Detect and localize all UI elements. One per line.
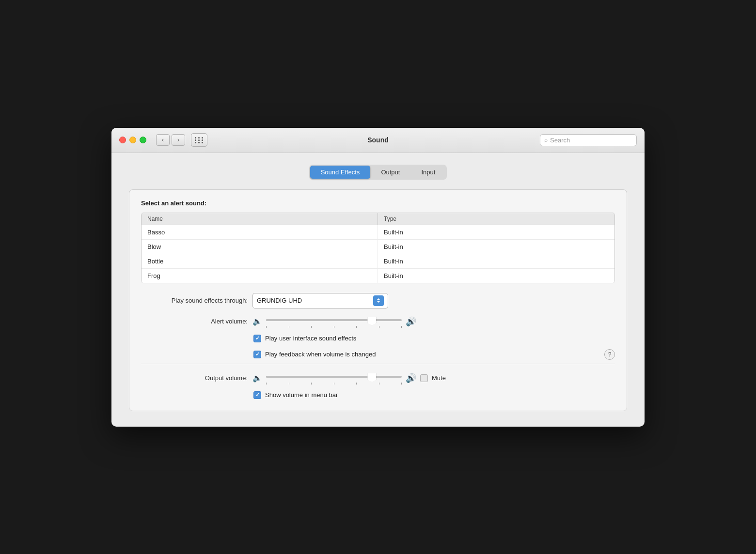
output-volume-label: Output volume: xyxy=(141,374,248,382)
table-row[interactable]: Basso Built-in xyxy=(142,225,614,240)
col-type-header: Type xyxy=(378,213,614,225)
tick xyxy=(311,383,312,385)
play-through-label: Play sound effects through: xyxy=(141,297,248,304)
cell-type-1: Built-in xyxy=(378,240,614,254)
show-volume-label: Show volume in menu bar xyxy=(265,391,338,399)
table-row[interactable]: Bottle Built-in xyxy=(142,254,614,269)
tick xyxy=(266,326,267,328)
traffic-lights xyxy=(119,137,146,143)
tick xyxy=(356,326,357,328)
back-button[interactable]: ‹ xyxy=(156,134,170,146)
output-volume-slider-wrapper xyxy=(266,372,402,385)
ui-sounds-label: Play user interface sound effects xyxy=(265,335,356,342)
tick xyxy=(266,383,267,385)
table-row[interactable]: Frog Built-in xyxy=(142,269,614,283)
cell-name-3: Frog xyxy=(142,269,378,283)
search-icon: ⌕ xyxy=(544,137,548,143)
help-button[interactable]: ? xyxy=(604,349,615,360)
alert-volume-row: Alert volume: 🔈 xyxy=(141,315,615,328)
divider xyxy=(141,364,615,364)
output-volume-high-icon: 🔊 xyxy=(406,373,416,384)
tick xyxy=(401,326,402,328)
play-through-row: Play sound effects through: GRUNDIG UHD xyxy=(141,293,615,308)
cell-type-0: Built-in xyxy=(378,225,614,239)
alert-volume-slider-row: 🔈 xyxy=(252,315,416,328)
minimize-button[interactable] xyxy=(129,137,136,143)
cell-name-2: Bottle xyxy=(142,254,378,268)
table-body: Basso Built-in Blow Built-in Bottle Buil… xyxy=(142,225,614,283)
nav-buttons: ‹ › xyxy=(156,134,185,146)
output-slider-track xyxy=(266,376,402,378)
output-volume-section: Output volume: 🔈 xyxy=(141,372,615,399)
alert-volume-slider[interactable] xyxy=(266,315,402,325)
feedback-label: Play feedback when volume is changed xyxy=(265,351,376,358)
volume-high-icon: 🔊 xyxy=(406,316,416,327)
tab-sound-effects[interactable]: Sound Effects xyxy=(310,166,371,179)
cell-type-2: Built-in xyxy=(378,254,614,268)
slider-thumb[interactable] xyxy=(367,315,376,325)
alert-volume-label: Alert volume: xyxy=(141,318,248,325)
help-icon: ? xyxy=(608,351,612,358)
slider-ticks xyxy=(266,326,402,328)
grid-icon xyxy=(195,137,204,143)
tick xyxy=(311,326,312,328)
cell-type-3: Built-in xyxy=(378,269,614,283)
feedback-row: ✓ Play feedback when volume is changed ? xyxy=(253,349,615,360)
tick xyxy=(334,383,334,385)
tab-group: Sound Effects Output Input xyxy=(309,165,447,180)
chevron-up-icon xyxy=(377,298,380,300)
table-header: Name Type xyxy=(142,213,614,225)
device-name: GRUNDIG UHD xyxy=(257,297,373,304)
checkmark-icon: ✓ xyxy=(255,392,260,398)
tick xyxy=(356,383,357,385)
ui-sounds-row: ✓ Play user interface sound effects xyxy=(253,335,615,342)
maximize-button[interactable] xyxy=(140,137,146,143)
tick xyxy=(379,383,379,385)
main-window: ‹ › Sound ⌕ Sound Effects Output I xyxy=(111,128,645,427)
tick xyxy=(334,326,334,328)
grid-button[interactable] xyxy=(191,133,207,147)
chevron-down-icon xyxy=(377,301,380,303)
search-box[interactable]: ⌕ xyxy=(540,134,637,146)
tick xyxy=(379,326,379,328)
forward-button[interactable]: › xyxy=(172,134,185,146)
tick xyxy=(289,326,289,328)
slider-track xyxy=(266,319,402,321)
mute-label: Mute xyxy=(432,374,446,382)
output-volume-low-icon: 🔈 xyxy=(252,373,262,383)
content-area: Sound Effects Output Input Select an ale… xyxy=(111,153,645,427)
col-name-header: Name xyxy=(142,213,378,225)
back-icon: ‹ xyxy=(162,137,164,143)
feedback-checkbox[interactable]: ✓ xyxy=(253,351,261,358)
cell-name-1: Blow xyxy=(142,240,378,254)
dropdown-arrow-icon xyxy=(373,295,384,306)
output-volume-slider[interactable] xyxy=(266,372,402,382)
tab-input[interactable]: Input xyxy=(410,166,446,179)
tick xyxy=(289,383,289,385)
output-volume-slider-row: 🔈 xyxy=(252,372,446,385)
window-title: Sound xyxy=(367,136,389,144)
output-slider-fill xyxy=(266,376,372,378)
mute-checkbox[interactable] xyxy=(420,374,428,382)
volume-low-icon: 🔈 xyxy=(252,317,262,326)
ui-sounds-checkbox[interactable]: ✓ xyxy=(253,335,261,342)
device-dropdown[interactable]: GRUNDIG UHD xyxy=(252,293,388,308)
show-volume-checkbox[interactable]: ✓ xyxy=(253,391,261,399)
checkmark-icon: ✓ xyxy=(255,335,260,341)
cell-name-0: Basso xyxy=(142,225,378,239)
alert-sound-label: Select an alert sound: xyxy=(141,200,615,207)
show-volume-row: ✓ Show volume in menu bar xyxy=(253,391,615,399)
alert-volume-slider-wrapper xyxy=(266,315,402,328)
checkmark-icon: ✓ xyxy=(255,351,260,357)
slider-fill xyxy=(266,319,372,321)
tick xyxy=(401,383,402,385)
forward-icon: › xyxy=(177,137,179,143)
close-button[interactable] xyxy=(119,137,126,143)
sound-panel: Select an alert sound: Name Type Basso B… xyxy=(129,189,627,411)
sound-table: Name Type Basso Built-in Blow Built-in B… xyxy=(141,213,615,283)
tab-output[interactable]: Output xyxy=(370,166,410,179)
output-slider-ticks xyxy=(266,383,402,385)
search-input[interactable] xyxy=(550,137,632,144)
output-slider-thumb[interactable] xyxy=(367,371,376,382)
table-row[interactable]: Blow Built-in xyxy=(142,240,614,254)
